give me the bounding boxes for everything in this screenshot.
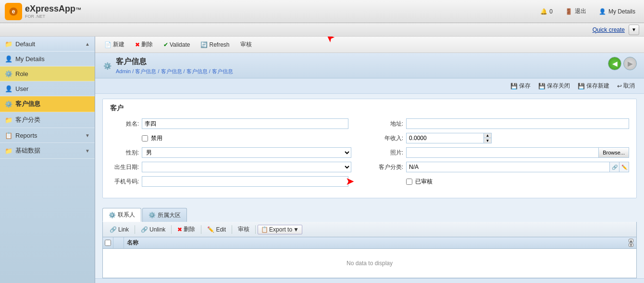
notifications-btn[interactable]: 🔔 0 bbox=[536, 6, 557, 17]
address-input[interactable] bbox=[406, 118, 629, 129]
category-link-btn[interactable]: 🔗 bbox=[609, 162, 619, 172]
folder-icon: 📁 bbox=[5, 40, 12, 48]
grid-body: No data to display bbox=[103, 249, 636, 278]
sidebar-item-reports[interactable]: 📋 Reports ▼ bbox=[0, 128, 95, 143]
tab-contacts[interactable]: ⚙️ 联系人 bbox=[102, 208, 141, 222]
unlink-button[interactable]: 🔗 Unlink bbox=[137, 225, 169, 234]
new-button[interactable]: 📄 新建 bbox=[100, 39, 129, 51]
tab-area-label: 所属大区 bbox=[158, 211, 181, 219]
save-btn[interactable]: 💾 保存 bbox=[508, 81, 533, 91]
link-label: Link bbox=[118, 226, 129, 233]
income-spin-up[interactable]: ▲ bbox=[483, 133, 491, 138]
page-gear-icon: ⚙️ bbox=[102, 61, 112, 71]
form-group-phone: 手机号码: bbox=[110, 176, 365, 187]
sidebar: 📁 Default ▲ 👤 My Details ⚙️ Role 👤 User bbox=[0, 37, 95, 283]
save-icon: 💾 bbox=[510, 83, 518, 90]
cancel-btn[interactable]: ↩ 取消 bbox=[615, 81, 637, 91]
validate-button[interactable]: ✔ Validate bbox=[159, 39, 194, 50]
chevron-icon: ▲ bbox=[85, 41, 90, 47]
phone-label: 手机号码: bbox=[110, 178, 139, 186]
validate-label: Validate bbox=[170, 41, 190, 48]
sort-asc-btn[interactable]: ▲ bbox=[629, 239, 633, 243]
form-section-title: 客户 bbox=[110, 104, 629, 113]
review-label: 审核 bbox=[240, 40, 252, 49]
tab-contacts-label: 联系人 bbox=[118, 211, 135, 219]
logo: e eXpressApp™ FOR .NET bbox=[5, 3, 81, 20]
sidebar-item-customer-category[interactable]: 📁 客户分类 bbox=[0, 112, 95, 128]
sub-sep-3 bbox=[201, 225, 201, 234]
content-area: 📄 新建 ✖ 删除 ✔ Validate 🔄 Refresh 审核 ➤ bbox=[95, 37, 644, 283]
app-header: e eXpressApp™ FOR .NET 🔔 0 🚪 退出 👤 My Det… bbox=[0, 0, 644, 23]
main-layout: 📁 Default ▲ 👤 My Details ⚙️ Role 👤 User bbox=[0, 37, 644, 283]
tab-area[interactable]: ⚙️ 所属大区 bbox=[142, 208, 187, 222]
grid-col-name: 名称 ▲ ▼ bbox=[124, 237, 636, 248]
sub-delete-label: 删除 bbox=[184, 225, 195, 233]
sub-review-button[interactable]: 审核 bbox=[234, 224, 253, 235]
category-edit-btn[interactable]: ✏️ bbox=[619, 162, 629, 172]
sidebar-item-base-data[interactable]: 📁 基础数据 ▼ bbox=[0, 143, 95, 159]
photo-input[interactable] bbox=[407, 148, 598, 157]
page-header: ⚙️ 客户信息 Admin / 客户信息 / 客户信息 / 客户信息 / 客户信… bbox=[95, 53, 644, 78]
gender-select[interactable]: 男 女 bbox=[142, 147, 351, 158]
refresh-label: Refresh bbox=[209, 41, 229, 48]
reviewed-checkbox[interactable] bbox=[406, 179, 412, 185]
delete-label: 删除 bbox=[141, 40, 153, 49]
my-details-btn[interactable]: 👤 My Details bbox=[595, 6, 639, 17]
export-icon: 📋 bbox=[261, 226, 268, 233]
income-spin-down[interactable]: ▼ bbox=[483, 138, 491, 143]
sidebar-item-customer-info[interactable]: ⚙️ 客户信息 bbox=[0, 96, 95, 112]
nav-forward-btn[interactable]: ▶ bbox=[623, 57, 637, 70]
nav-back-btn[interactable]: ◀ bbox=[608, 57, 621, 70]
folder-icon-category: 📁 bbox=[5, 116, 12, 124]
save-label: 保存 bbox=[519, 82, 531, 90]
quick-create-btn[interactable]: Quick create bbox=[593, 26, 625, 33]
gear-icon-customer: ⚙️ bbox=[5, 100, 12, 108]
reviewed-label: 已审核 bbox=[415, 178, 433, 186]
folder-icon-base: 📁 bbox=[5, 147, 12, 154]
birthday-select[interactable] bbox=[142, 162, 351, 172]
sidebar-label-default: Default bbox=[15, 40, 35, 48]
name-label: 姓名: bbox=[110, 120, 139, 128]
sub-edit-button[interactable]: ✏️ Edit bbox=[203, 225, 230, 234]
link-icon: 🔗 bbox=[110, 226, 117, 233]
sidebar-item-user[interactable]: 👤 User bbox=[0, 81, 95, 96]
name-input[interactable] bbox=[142, 118, 348, 129]
trademark: ™ bbox=[75, 6, 81, 13]
sidebar-item-default[interactable]: 📁 Default ▲ bbox=[0, 37, 95, 51]
logout-btn[interactable]: 🚪 退出 bbox=[561, 6, 590, 17]
my-details-label: My Details bbox=[608, 8, 635, 15]
income-input[interactable] bbox=[407, 133, 483, 143]
grid-empty-message: No data to display bbox=[347, 260, 393, 267]
quick-create-dropdown[interactable]: ▼ bbox=[629, 25, 639, 35]
category-input[interactable] bbox=[407, 162, 609, 172]
review-button[interactable]: 审核 bbox=[236, 39, 256, 51]
form-container: 客户 姓名: 地址: 禁用 年收 bbox=[102, 99, 637, 198]
tab-area-icon: ⚙️ bbox=[149, 212, 156, 219]
disabled-checkbox[interactable] bbox=[142, 135, 148, 142]
chevron-icon-reports: ▼ bbox=[85, 133, 90, 138]
browse-button[interactable]: Browse... bbox=[598, 148, 629, 157]
notifications-count: 0 bbox=[549, 8, 553, 15]
breadcrumb[interactable]: Admin / 客户信息 / 客户信息 / 客户信息 / 客户信息 bbox=[116, 68, 233, 75]
sidebar-item-role[interactable]: ⚙️ Role bbox=[0, 66, 95, 81]
app-subtitle: FOR .NET bbox=[25, 14, 81, 19]
delete-button[interactable]: ✖ 删除 bbox=[131, 39, 157, 51]
grid-sort-btns: ▲ ▼ bbox=[629, 239, 633, 247]
sub-delete-button[interactable]: ✖ 删除 bbox=[173, 224, 199, 235]
gender-label: 性别: bbox=[110, 149, 139, 157]
grid-select-all[interactable] bbox=[105, 240, 111, 246]
link-button[interactable]: 🔗 Link bbox=[106, 225, 133, 234]
save-close-btn[interactable]: 💾 保存关闭 bbox=[536, 81, 572, 91]
user-icon: 👤 bbox=[599, 8, 607, 15]
export-button[interactable]: 📋 Export to ▼ bbox=[258, 225, 302, 234]
grid-col-check[interactable] bbox=[103, 237, 113, 248]
refresh-button[interactable]: 🔄 Refresh bbox=[196, 39, 234, 50]
form-group-address: 地址: bbox=[374, 118, 629, 129]
sidebar-label-base-data: 基础数据 bbox=[15, 146, 40, 155]
save-new-btn[interactable]: 💾 保存新建 bbox=[576, 81, 611, 91]
sort-desc-btn[interactable]: ▼ bbox=[629, 243, 633, 247]
phone-input[interactable] bbox=[142, 176, 348, 187]
sidebar-item-my-details[interactable]: 👤 My Details bbox=[0, 51, 95, 66]
logout-icon: 🚪 bbox=[565, 8, 573, 15]
grid-col-icon bbox=[113, 237, 124, 248]
